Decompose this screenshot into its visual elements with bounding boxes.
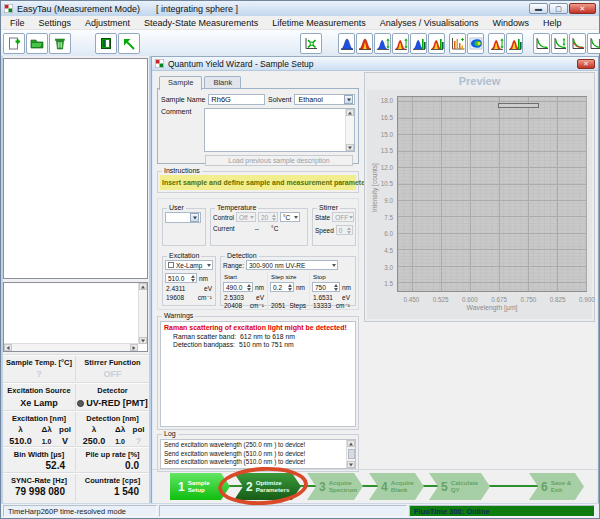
scroll-up-icon[interactable] [346,109,354,116]
wizard-close-button[interactable]: ✕ [577,59,595,69]
emission-map-icon[interactable] [506,33,523,54]
checkbox-icon[interactable] [168,262,174,268]
stirrer-speed-value: 0 [339,227,343,234]
menu-help[interactable]: Help [536,18,569,28]
temp-unit-select[interactable]: °C [280,212,300,222]
tab-blank[interactable]: Blank [204,76,241,88]
chevron-down-icon[interactable] [190,213,199,222]
decay-series-icon[interactable] [569,33,586,54]
emission-spectrum-icon[interactable] [356,33,373,54]
detail-list-vscrollbar[interactable] [138,283,147,344]
close-button[interactable]: ✕ [569,3,596,14]
load-previous-sample-button[interactable]: Load previous sample description [205,155,353,166]
menu-settings[interactable]: Settings [32,18,79,28]
detection-range-select[interactable]: 300-900 nm UV-RE [246,260,338,270]
detection-nm-label: Detection [nm] [76,414,149,423]
solvent-value: Ethanol [298,95,322,104]
delete-icon[interactable] [49,33,71,54]
excitation-source-value: Xe Lamp [3,398,75,408]
menu-adjustment[interactable]: Adjustment [78,18,137,28]
toolbar [1,30,599,56]
log-line: Send excitation wavelength (250.0 nm ) t… [164,441,344,450]
excitation-wavelength-value: 510.0 [168,275,184,282]
comment-scrollbar[interactable] [345,109,354,151]
user-select[interactable] [165,212,201,223]
scroll-right-icon[interactable] [130,344,138,351]
step-label: Acquire Spectrum [329,480,363,494]
excitation-series-icon[interactable] [410,33,427,54]
scroll-left-icon[interactable] [4,344,12,351]
comment-textarea[interactable] [204,108,355,152]
delta-lambda-header: Δλ [36,425,58,434]
solvent-select[interactable]: Ethanol [294,94,355,105]
excitation-scan-icon[interactable] [374,33,391,54]
detection-step-spinner[interactable]: 0.2 [270,282,294,292]
emission-scan-icon[interactable] [392,33,409,54]
menu-file[interactable]: File [3,18,32,28]
step-calculate-qy[interactable]: 5 Calculate QY [429,473,490,500]
new-measurement-icon[interactable] [3,33,25,54]
minimize-button[interactable]: ▬ [529,3,548,14]
temp-unit-value: °C [283,214,290,221]
scrollbar-thumb[interactable] [348,449,355,459]
x-tick-label: 0.600 [462,296,478,303]
steps-label: Steps [289,302,306,309]
temp-setpoint-value: 20 [261,214,268,221]
excitation-ev-unit: eV [204,285,212,292]
stirrer-speed-spinner[interactable]: 0 [336,225,353,235]
excitation-dlambda-value: 1.0 [36,436,58,446]
scroll-down-icon[interactable] [347,461,355,468]
tcspc-histogram-icon[interactable] [449,33,466,54]
scroll-up-icon[interactable] [347,440,355,447]
manual-control-icon[interactable] [118,33,140,54]
decay-measurement-icon[interactable] [533,33,550,54]
detection-stop-spinner[interactable]: 750 [312,282,340,292]
scroll-up-icon[interactable] [139,283,147,290]
chevron-down-icon[interactable] [344,95,353,104]
menu-analyses-visualisations[interactable]: Analyses / Visualisations [373,18,486,28]
sample-compartment-icon[interactable] [95,33,117,54]
excitation-source-select[interactable]: Xe-Lamp [165,260,213,270]
status-bar: TimeHarp260P time-resolved mode FluoTime… [1,503,599,518]
menu-windows[interactable]: Windows [486,18,537,28]
menu-lifetime-measurements[interactable]: Lifetime Measurements [265,18,373,28]
x-tick-label: 0.525 [433,296,449,303]
temp-control-select[interactable]: Off [236,212,256,222]
stirrer-state-select[interactable]: OFF [332,212,354,222]
contour-plot-icon[interactable] [467,33,484,54]
wizard-title-bar: Quantum Yield Wizard - Sample Setup ✕ [152,57,598,71]
wn-unit: cm⁻¹ [336,302,350,310]
step-label: Calculate QY [451,480,487,494]
emission-kinetics-icon[interactable] [488,33,505,54]
temp-current-value: -- [255,225,259,232]
step-label: Acquire Blank [391,480,424,494]
emission-series-icon[interactable] [428,33,445,54]
warning-headline: Raman scattering of excitation light mig… [164,324,352,331]
decay-scan-icon[interactable] [551,33,568,54]
detail-list[interactable] [3,282,148,352]
excitation-wavelength-spinner[interactable]: 510.0 [165,273,197,283]
wizard-form-column: Sample Blank Sample Name Rh6G Solvent Et… [157,76,359,472]
menu-steady-state-measurements[interactable]: Steady-State Measurements [137,18,265,28]
scroll-down-icon[interactable] [139,337,147,344]
comment-label: Comment [161,108,201,152]
log-scrollbar[interactable] [346,440,355,468]
y-tick-label: 7.5 [384,213,393,220]
maximize-button[interactable]: ▢ [549,3,568,14]
excitation-spectrum-icon[interactable] [338,33,355,54]
temp-setpoint-spinner[interactable]: 20 [258,212,278,222]
sample-temp-value: ? [3,369,75,379]
sample-name-input[interactable]: Rh6G [208,94,265,105]
excitation-source-label: Excitation Source [3,386,75,395]
measurement-list[interactable] [3,58,148,279]
open-workspace-icon[interactable] [26,33,48,54]
scroll-down-icon[interactable] [346,144,354,151]
instructions-text: Insert sample and define sample and meas… [160,175,356,190]
decay-map-icon[interactable] [587,33,600,54]
stirrer-label: Stirrer [317,204,340,211]
preview-chart: Intensity [counts] 1.53.04.56.07.59.010.… [367,90,592,319]
instrument-adjustment-icon[interactable] [300,33,322,54]
tab-sample[interactable]: Sample [159,76,202,90]
detail-list-hscrollbar[interactable] [4,343,138,351]
detection-start-spinner[interactable]: 490.0 [223,282,253,292]
